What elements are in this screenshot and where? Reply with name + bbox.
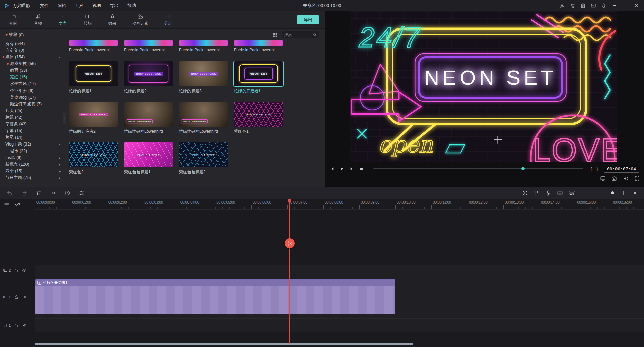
sidebar-item[interactable]: 标题 (42) xyxy=(0,114,64,121)
sidebar-item[interactable]: 四季 (15) ▸ xyxy=(0,168,64,174)
maximize-button[interactable] xyxy=(621,1,630,10)
sidebar-collapse-handle[interactable] xyxy=(63,113,66,124)
sidebar-item[interactable]: 所有 (544) xyxy=(0,40,64,47)
preview-viewport[interactable]: 24/7 NEON SET open LOVE xyxy=(350,11,617,162)
chevron-icon[interactable]: ▸ xyxy=(59,169,61,173)
chevron-icon[interactable]: ▸ xyxy=(59,163,61,166)
sidebar-item[interactable]: 字幕条 (43) xyxy=(0,121,64,127)
sidebar-item[interactable]: 游戏竞技 (56) xyxy=(0,60,64,67)
export-button[interactable]: 导出 xyxy=(297,15,319,24)
template-thumbnail[interactable] xyxy=(234,40,283,46)
sidebar-item[interactable]: 媒体 (154) ▾ xyxy=(0,54,64,60)
adjust-button[interactable] xyxy=(79,190,85,196)
store-button[interactable] xyxy=(568,1,577,10)
cut-at-playhead-button[interactable] xyxy=(285,238,295,248)
template-thumbnail[interactable]: NEON SET xyxy=(69,61,118,86)
tab-media[interactable]: 素材 xyxy=(1,11,25,28)
next-frame-button[interactable] xyxy=(349,166,354,171)
eye-icon[interactable] xyxy=(22,268,27,273)
play-button[interactable] xyxy=(339,166,344,171)
grid-item[interactable]: Fuchsia Pack Lowerthi xyxy=(234,40,283,53)
menu-item[interactable]: 导出 xyxy=(105,3,123,9)
menu-item[interactable]: 编辑 xyxy=(53,3,70,9)
search-icon[interactable] xyxy=(313,32,317,38)
zoom-in-button[interactable] xyxy=(620,190,626,196)
mark-in-out-buttons[interactable]: { } xyxy=(591,166,600,171)
sidebar-item[interactable]: 新概念 (120) ▸ xyxy=(0,161,64,168)
eye-icon[interactable] xyxy=(22,295,27,299)
lock-icon[interactable] xyxy=(14,295,19,299)
sidebar-item[interactable]: 频道订阅点赞 (7) xyxy=(0,101,64,107)
chevron-icon[interactable]: ▸ xyxy=(59,176,61,180)
mute-button[interactable] xyxy=(623,176,629,181)
chevron-icon[interactable]: ▾ xyxy=(59,142,61,146)
minimize-button[interactable] xyxy=(609,1,619,10)
voiceover-button[interactable] xyxy=(599,1,608,10)
grid-item[interactable]: NEON LOWERTHIRD 忙碌忙碌的Lowerthird xyxy=(124,102,173,134)
sidebar-item[interactable]: 企业年会 (9) xyxy=(0,87,64,94)
grid-item[interactable]: FUCHSIA GLOW 紫红色2 xyxy=(69,142,118,174)
record-voiceover-button[interactable] xyxy=(545,190,551,196)
sidebar-item[interactable]: 片头 (25) xyxy=(0,107,64,114)
search-input[interactable] xyxy=(284,32,311,37)
template-thumbnail[interactable]: NEON LOWERTHIRD xyxy=(124,102,173,127)
snapshot-button[interactable] xyxy=(611,176,617,181)
grid-item[interactable]: NEON SET 忙碌的标题1 xyxy=(69,61,118,93)
speed-button[interactable] xyxy=(64,190,70,196)
grid-item[interactable]: Fuchsia Pack Lowerthi xyxy=(179,40,228,53)
timeline-horizontal-scrollbar[interactable] xyxy=(35,343,413,345)
search-box[interactable] xyxy=(282,31,319,38)
manage-tracks-icon[interactable] xyxy=(4,202,9,207)
sidebar-item[interactable]: 教育 (33) xyxy=(0,67,64,74)
timeline-text-clip[interactable]: 忙碌的开启者1 xyxy=(35,279,395,314)
export-list-button[interactable] xyxy=(578,1,587,10)
tab-text[interactable]: 文字 xyxy=(50,11,75,28)
sidebar-item[interactable]: 片尾 (14) xyxy=(0,134,64,141)
template-thumbnail[interactable]: FUCHSIA TITLE xyxy=(179,142,228,167)
zoom-to-fit-button[interactable] xyxy=(632,190,638,196)
account-button[interactable] xyxy=(557,1,567,10)
feedback-button[interactable] xyxy=(589,1,598,10)
display-device-button[interactable] xyxy=(600,176,606,181)
seek-bar[interactable] xyxy=(373,168,583,169)
sidebar-item[interactable]: 美食Vlog (17) xyxy=(0,94,64,101)
redo-button[interactable] xyxy=(21,190,27,196)
marker-button[interactable] xyxy=(534,190,540,196)
menu-item[interactable]: 视图 xyxy=(88,3,105,9)
delete-button[interactable] xyxy=(36,190,42,196)
clip-body[interactable] xyxy=(35,286,395,314)
split-clip-button[interactable] xyxy=(50,190,56,196)
template-thumbnail[interactable] xyxy=(69,40,118,46)
grid-item[interactable]: FUCHSIA TITLE 紫红色包标题1 xyxy=(124,142,173,174)
template-thumbnail[interactable]: FUCHSIA GLOW xyxy=(69,142,118,167)
sidebar-item[interactable]: 自定义 (0) xyxy=(0,47,64,54)
grid-item[interactable]: FUCHSIA TITLE 紫红色包标题2 xyxy=(179,142,228,174)
template-thumbnail[interactable] xyxy=(124,40,173,46)
timeline-zoom-slider[interactable] xyxy=(592,193,614,193)
template-thumbnail[interactable]: NEON SET xyxy=(234,61,283,86)
grid-item[interactable]: FUCHSIA GLOW 紫红色1 xyxy=(234,102,283,134)
menu-item[interactable]: 工具 xyxy=(70,3,88,9)
speaker-icon[interactable] xyxy=(22,323,27,328)
tab-effects[interactable]: 效果 xyxy=(100,11,125,28)
template-thumbnail[interactable]: BUSY BUSY PACK xyxy=(124,61,173,86)
seek-handle[interactable] xyxy=(521,167,525,170)
sidebar-item[interactable]: 水墨古风 (17) xyxy=(0,80,64,87)
template-thumbnail[interactable]: FUCHSIA TITLE xyxy=(124,142,173,167)
render-preview-button[interactable] xyxy=(522,190,528,196)
timeline-ruler[interactable]: 00:00:00:0000:00:01:0000:00:02:0000:00:0… xyxy=(35,199,644,210)
grid-item[interactable]: BUSY BUSY PACK 忙碌的标题2 xyxy=(124,61,173,93)
grid-item[interactable]: BUSY BUSY PACK 忙碌的标题3 xyxy=(179,61,228,93)
template-thumbnail[interactable]: NEON LOWERTHIRD xyxy=(179,102,228,127)
tab-elements[interactable]: 动画元素 xyxy=(125,11,156,28)
template-thumbnail[interactable]: FUCHSIA GLOW xyxy=(234,102,283,127)
grid-item[interactable]: Fuchsia Pack Lowerthi xyxy=(69,40,118,53)
stop-button[interactable] xyxy=(359,166,364,171)
tab-transitions[interactable]: 转场 xyxy=(75,11,100,28)
sidebar-item[interactable]: 字幕 (15) xyxy=(0,127,64,134)
fullscreen-button[interactable] xyxy=(634,176,640,181)
link-clips-icon[interactable] xyxy=(15,202,20,207)
previous-frame-button[interactable] xyxy=(330,166,335,171)
undo-button[interactable] xyxy=(7,190,13,196)
template-thumbnail[interactable]: BUSY BUSY PACK xyxy=(69,102,118,127)
